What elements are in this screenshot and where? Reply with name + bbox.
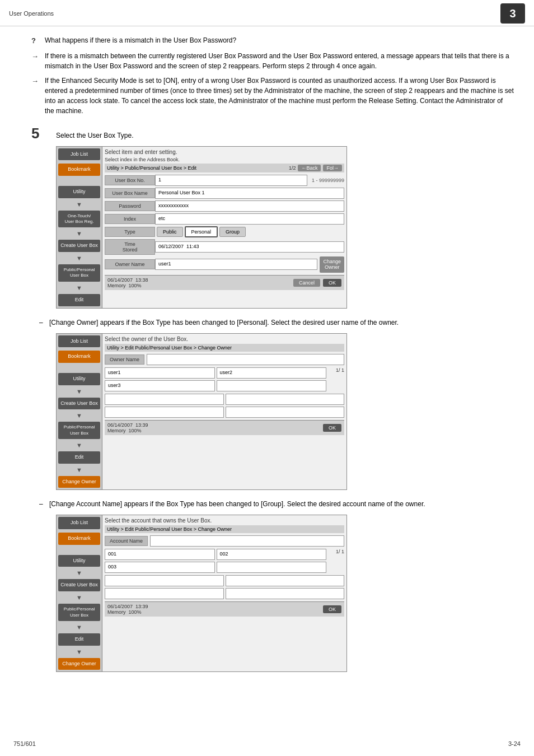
sidebar-onetouche[interactable]: One-Touch/User Box Reg. [58, 211, 100, 228]
owner-name-input[interactable] [147, 354, 344, 365]
type-row: Type Public Personal Group [105, 226, 344, 237]
screen3-job-list[interactable]: Job List [58, 517, 100, 529]
account-cell-2[interactable]: 002 [217, 549, 327, 560]
screen3-edit[interactable]: Edit [58, 633, 100, 646]
desc2-dash: – [39, 499, 49, 509]
label-password: Password [105, 201, 155, 211]
sidebar-divider1: ▼ [57, 200, 102, 209]
user-cell-2[interactable]: user2 [217, 367, 327, 379]
type-group-btn[interactable]: Group [219, 227, 246, 237]
field-user-box-name: User Box Name Personal User Box 1 [105, 188, 344, 199]
ok-button-2[interactable]: OK [323, 424, 341, 432]
sidebar-divider4: ▼ [57, 283, 102, 292]
screen3-create-user-box[interactable]: Create User Box [58, 579, 100, 591]
screen3-datetime: 06/14/2007 13:39 Memory 100% [107, 604, 148, 615]
screen3-bottom: 06/14/2007 13:39 Memory 100% OK [105, 601, 344, 617]
screen1-subtitle: Select index in the Address Book. [105, 157, 344, 162]
value-owner-name[interactable]: user1 [155, 259, 317, 270]
screen1-sidebar: Job List Bookmark Utility ▼ One-Touch/Us… [57, 147, 102, 308]
label-index: Index [105, 214, 155, 224]
account-name-input[interactable] [150, 535, 344, 547]
sidebar-public-personal[interactable]: Public/PersonalUser Box [58, 264, 100, 282]
screen1-title: Select item and enter setting. [105, 149, 344, 155]
screen2-divider3: ▼ [57, 441, 102, 450]
question-text: What happens if there is a mismatch in t… [45, 35, 236, 45]
screen2-change-owner[interactable]: Change Owner [58, 476, 100, 488]
label-time-stored: TimeStored [105, 239, 155, 255]
account-name-label: Account Name [105, 536, 148, 546]
owner-row: Owner Name user1 ChangeOwner [105, 256, 344, 273]
screen2-divider1: ▼ [57, 387, 102, 396]
screen1-bottom: 06/14/2007 13:38 Memory 100% Cancel OK [105, 275, 344, 290]
field-user-box-no: User Box No. 1 1 - 999999999 [105, 175, 344, 186]
sidebar-job-list[interactable]: Job List [58, 148, 100, 161]
answer2-text: If the Enhanced Security Mode is set to … [45, 76, 514, 116]
sidebar-bookmark[interactable]: Bookmark [58, 164, 100, 176]
account-cell-4 [217, 562, 327, 573]
type-personal-btn[interactable]: Personal [185, 226, 218, 237]
value-user-box-no[interactable]: 1 [155, 175, 307, 186]
label-user-box-no: User Box No. [105, 175, 155, 185]
user-cell-3[interactable]: user3 [105, 380, 215, 391]
range-user-box-no: 1 - 999999999 [307, 178, 344, 183]
owner-name-row: Owner Name [105, 354, 344, 365]
ok-button-1[interactable]: OK [323, 279, 341, 287]
screen2-bookmark[interactable]: Bookmark [58, 351, 100, 363]
qa-block: ? What happens if there is a mismatch in… [31, 35, 514, 116]
account-grid-empty [105, 575, 344, 599]
arrow-icon-1: → [31, 51, 41, 62]
screen3-change-owner[interactable]: Change Owner [58, 658, 100, 670]
change-owner-button[interactable]: ChangeOwner [320, 256, 344, 273]
answer2-item: → If the Enhanced Security Mode is set t… [31, 76, 514, 116]
account-cell-1[interactable]: 001 [105, 549, 215, 560]
empty-cell-2 [226, 394, 345, 405]
screen2-utility[interactable]: Utility [58, 373, 100, 385]
page-header: User Operations 3 [0, 0, 534, 26]
screen2-divider2: ▼ [57, 411, 102, 420]
screen2-create-user-box[interactable]: Create User Box [58, 398, 100, 410]
value-password[interactable]: xxxxxxxxxxxx [155, 200, 344, 212]
header-title: User Operations [9, 10, 54, 17]
ok-button-3[interactable]: OK [323, 605, 341, 613]
page-footer: 751/601 3-24 [0, 740, 534, 747]
screen2-datetime: 06/14/2007 13:39 Memory 100% [107, 422, 148, 433]
label-user-box-name: User Box Name [105, 188, 155, 198]
sidebar-divider3: ▼ [57, 254, 102, 263]
empty-cell-1 [105, 394, 224, 405]
desc2: – [Change Account Name] appears if the B… [31, 499, 514, 509]
label-owner-name: Owner Name [105, 259, 155, 269]
screen3-sidebar: Job List Bookmark Utility ▼ Create User … [57, 515, 102, 671]
screen3-public-personal[interactable]: Public/PersonalUser Box [58, 604, 100, 621]
screen1-mockup: Job List Bookmark Utility ▼ One-Touch/Us… [56, 146, 347, 309]
screen2-mockup: Job List Bookmark Utility ▼ Create User … [56, 333, 347, 491]
question-icon: ? [31, 35, 41, 46]
back-button-1[interactable]: ←Back [298, 165, 321, 171]
type-public-btn[interactable]: Public [157, 227, 183, 237]
fwd-button-1[interactable]: Fol→ [323, 165, 342, 171]
screen2-sidebar: Job List Bookmark Utility ▼ Create User … [57, 334, 102, 490]
screen3-title: Select the account that owns the User Bo… [105, 517, 344, 524]
user-cell-1[interactable]: user1 [105, 367, 215, 379]
screen2-job-list[interactable]: Job List [58, 335, 100, 348]
acct-empty-1 [105, 575, 224, 586]
screen2-edit[interactable]: Edit [58, 451, 100, 464]
screen3-main: Select the account that owns the User Bo… [102, 515, 346, 671]
user-grid-empty [105, 394, 344, 418]
sidebar-utility[interactable]: Utility [58, 186, 100, 198]
cancel-button-1[interactable]: Cancel [293, 279, 320, 287]
sidebar-edit[interactable]: Edit [58, 294, 100, 306]
chapter-badge: 3 [500, 3, 525, 24]
value-index[interactable]: etc [155, 213, 344, 225]
screen2-breadcrumb: Utility > Edit Public/Personal User Box … [105, 344, 344, 352]
screen2-divider4: ▼ [57, 465, 102, 474]
footer-right: 3-24 [508, 740, 521, 747]
screen2-public-personal[interactable]: Public/PersonalUser Box [58, 422, 100, 439]
account-grid: 001 002 003 [105, 549, 326, 573]
screen3-utility[interactable]: Utility [58, 555, 100, 567]
account-cell-3[interactable]: 003 [105, 562, 215, 573]
sidebar-create-user-box[interactable]: Create User Box [58, 240, 100, 252]
field-index: Index etc [105, 213, 344, 225]
step5-text: Select the User Box Type. [56, 130, 134, 141]
value-user-box-name[interactable]: Personal User Box 1 [155, 188, 344, 199]
screen3-bookmark[interactable]: Bookmark [58, 533, 100, 545]
